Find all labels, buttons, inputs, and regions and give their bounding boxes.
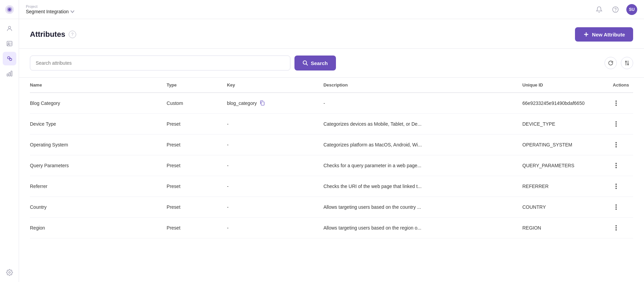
cell-key: - — [223, 114, 319, 135]
attributes-table: Name Type Key Description Unique ID Acti… — [30, 78, 633, 238]
col-header-actions: Actions — [609, 78, 633, 93]
cell-unique-id: 66e9233245e91490bdaf6650 — [518, 93, 609, 114]
cell-key: - — [223, 135, 319, 155]
bell-icon — [596, 6, 603, 13]
svg-point-13 — [9, 272, 10, 273]
settings-columns-button[interactable] — [621, 57, 633, 69]
sidebar-logo — [0, 0, 19, 19]
svg-rect-26 — [261, 102, 264, 105]
row-actions-button[interactable] — [613, 141, 620, 149]
table-row: Region Preset - Allows targeting users b… — [30, 218, 633, 238]
cell-actions — [609, 155, 633, 176]
page-header-left: Attributes ? — [30, 30, 76, 39]
cell-description: Categorizes platform as MacOS, Android, … — [319, 135, 518, 155]
row-actions-button[interactable] — [613, 120, 620, 128]
copy-key-button[interactable] — [259, 100, 265, 107]
svg-point-2 — [8, 8, 11, 11]
cell-unique-id: QUERY_PARAMETERS — [518, 155, 609, 176]
cell-name: Query Parameters — [30, 155, 163, 176]
cell-type: Preset — [163, 218, 223, 238]
table-row: Blog Category Custom blog_category - 66e… — [30, 93, 633, 114]
cell-type: Preset — [163, 135, 223, 155]
cell-key: - — [223, 218, 319, 238]
row-actions-button[interactable] — [613, 203, 620, 211]
svg-point-18 — [303, 61, 306, 64]
cell-unique-id: OPERATING_SYSTEM — [518, 135, 609, 155]
new-attribute-button[interactable]: New Attribute — [575, 27, 633, 42]
page-content: Attributes ? New Attribute — [19, 19, 644, 282]
cell-key: - — [223, 176, 319, 197]
cell-unique-id: REGION — [518, 218, 609, 238]
sidebar — [0, 0, 19, 282]
search-icon — [303, 60, 308, 66]
key-value: - — [227, 121, 228, 127]
cell-type: Preset — [163, 155, 223, 176]
svg-point-23 — [628, 64, 629, 65]
cell-description: Allows targeting users based on the regi… — [319, 218, 518, 238]
help-button[interactable] — [610, 4, 621, 15]
sidebar-bottom — [3, 263, 16, 282]
attributes-table-wrap: Name Type Key Description Unique ID Acti… — [19, 78, 644, 238]
cell-name: Device Type — [30, 114, 163, 135]
cell-name: Country — [30, 197, 163, 218]
svg-point-20 — [626, 61, 627, 62]
row-actions-button[interactable] — [613, 99, 620, 107]
cell-actions — [609, 93, 633, 114]
key-value: - — [227, 142, 228, 147]
notifications-button[interactable] — [594, 4, 605, 15]
cell-name: Operating System — [30, 135, 163, 155]
svg-rect-11 — [9, 73, 10, 76]
refresh-icon — [608, 60, 614, 66]
cell-name: Referrer — [30, 176, 163, 197]
cell-name: Region — [30, 218, 163, 238]
cell-actions — [609, 197, 633, 218]
row-actions-button[interactable] — [613, 224, 620, 232]
page-title: Attributes — [30, 30, 65, 39]
refresh-button[interactable] — [605, 57, 617, 69]
avatar[interactable]: SU — [626, 4, 637, 15]
col-header-type: Type — [163, 78, 223, 93]
cell-unique-id: COUNTRY — [518, 197, 609, 218]
key-value: - — [227, 204, 228, 210]
sidebar-item-settings[interactable] — [3, 266, 16, 279]
search-input[interactable] — [30, 56, 290, 70]
cell-type: Custom — [163, 93, 223, 114]
svg-point-8 — [7, 57, 10, 59]
plus-icon — [583, 31, 589, 37]
cell-description: Allows targeting users based on the coun… — [319, 197, 518, 218]
table-row: Device Type Preset - Categorizes devices… — [30, 114, 633, 135]
sidebar-item-users[interactable] — [3, 22, 16, 35]
project-label: Project — [26, 4, 75, 9]
col-header-description: Description — [319, 78, 518, 93]
cell-actions — [609, 114, 633, 135]
cell-description: Categorizes devices as Mobile, Tablet, o… — [319, 114, 518, 135]
help-circle-icon[interactable]: ? — [69, 31, 76, 38]
key-value: - — [227, 225, 228, 231]
key-value: blog_category — [227, 100, 257, 106]
row-actions-button[interactable] — [613, 161, 620, 170]
cell-actions — [609, 218, 633, 238]
cell-actions — [609, 135, 633, 155]
sidebar-item-contacts[interactable] — [3, 37, 16, 50]
sidebar-item-segments[interactable] — [3, 52, 16, 65]
search-section-actions — [605, 57, 633, 69]
cell-actions — [609, 176, 633, 197]
col-header-unique-id: Unique ID — [518, 78, 609, 93]
cell-name: Blog Category — [30, 93, 163, 114]
cell-description: Checks the URI of the web page that link… — [319, 176, 518, 197]
search-button[interactable]: Search — [294, 56, 336, 70]
cell-description: Checks for a query parameter in a web pa… — [319, 155, 518, 176]
key-value: - — [227, 184, 228, 189]
table-row: Referrer Preset - Checks the URI of the … — [30, 176, 633, 197]
cell-key: - — [223, 155, 319, 176]
sidebar-item-analytics[interactable] — [3, 67, 16, 80]
cell-description: - — [319, 93, 518, 114]
svg-rect-10 — [7, 74, 8, 76]
table-row: Query Parameters Preset - Checks for a q… — [30, 155, 633, 176]
sidebar-nav — [0, 19, 19, 83]
cell-type: Preset — [163, 197, 223, 218]
cell-key: - — [223, 197, 319, 218]
col-header-key: Key — [223, 78, 319, 93]
row-actions-button[interactable] — [613, 182, 620, 190]
project-name[interactable]: Segment Integration — [26, 9, 75, 14]
